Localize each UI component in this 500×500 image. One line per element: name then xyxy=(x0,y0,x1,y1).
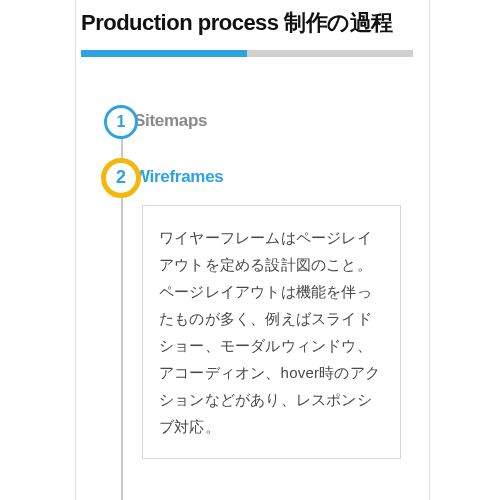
step-number-badge: 1 xyxy=(104,105,138,139)
title-underline xyxy=(81,50,413,57)
process-timeline: 1 Sitemaps 2 Wireframes ワイヤーフレームはページレイアウ… xyxy=(76,105,429,459)
title-underline-accent xyxy=(81,50,247,57)
section-header: Production process 制作の過程 xyxy=(76,0,429,57)
step-description-box: ワイヤーフレームはページレイアウトを定める設計図のこと。ページレイアウトは機能を… xyxy=(142,205,401,459)
step-title: Wireframes xyxy=(134,161,401,187)
content-card: Production process 制作の過程 1 Sitemaps 2 Wi… xyxy=(75,0,430,500)
step-title: Sitemaps xyxy=(134,105,401,131)
timeline-step-1[interactable]: 1 Sitemaps xyxy=(134,105,401,151)
step-number-badge: 2 xyxy=(101,158,141,198)
step-description: ワイヤーフレームはページレイアウトを定める設計図のこと。ページレイアウトは機能を… xyxy=(159,229,380,435)
timeline-step-2[interactable]: 2 Wireframes ワイヤーフレームはページレイアウトを定める設計図のこと… xyxy=(134,161,401,459)
page-title: Production process 制作の過程 xyxy=(81,8,413,38)
